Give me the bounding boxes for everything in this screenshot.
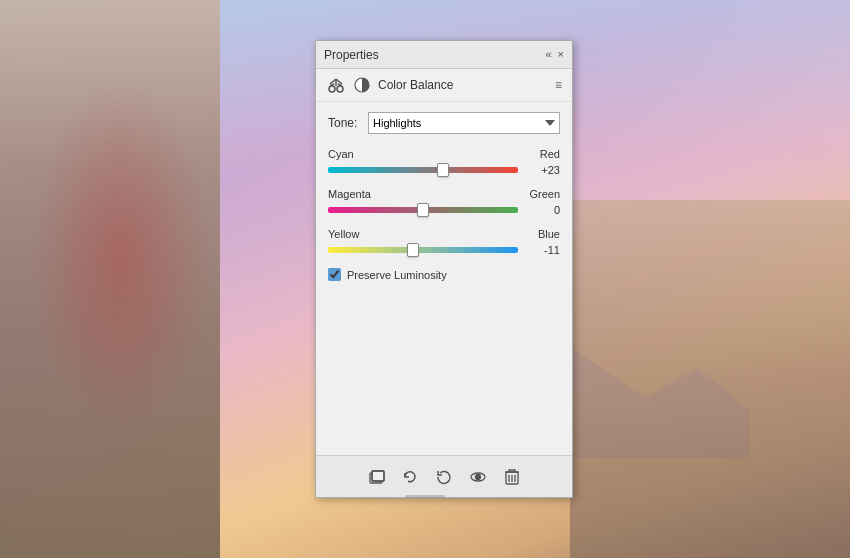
panel-header-left: Color Balance <box>326 75 453 95</box>
magenta-label: Magenta <box>328 188 371 200</box>
green-label: Green <box>529 188 560 200</box>
blue-label: Blue <box>538 228 560 240</box>
balance-icon[interactable] <box>326 75 346 95</box>
cyan-red-value[interactable] <box>524 164 560 176</box>
cyan-label: Cyan <box>328 148 354 160</box>
magenta-green-group: Magenta Green <box>328 188 560 218</box>
yellow-label: Yellow <box>328 228 359 240</box>
clip-to-layer-button[interactable] <box>363 464 389 490</box>
titlebar-controls: « × <box>545 49 564 60</box>
svg-line-4 <box>336 79 342 84</box>
panel-footer <box>316 455 572 497</box>
yellow-blue-value[interactable] <box>524 244 560 256</box>
cyan-red-slider-row <box>328 162 560 178</box>
magenta-green-slider-row <box>328 202 560 218</box>
yellow-blue-group: Yellow Blue <box>328 228 560 258</box>
tone-row: Tone: Shadows Midtones Highlights <box>328 112 560 134</box>
bridge-right <box>570 200 850 558</box>
panel-header: Color Balance ≡ <box>316 69 572 102</box>
svg-point-1 <box>337 86 343 92</box>
magenta-green-labels: Magenta Green <box>328 188 560 200</box>
yellow-blue-track <box>328 242 518 258</box>
panel-titlebar: Properties « × <box>316 41 572 69</box>
magenta-green-slider[interactable] <box>328 207 518 213</box>
properties-panel: Properties « × <box>315 40 573 498</box>
delete-button[interactable] <box>499 464 525 490</box>
preserve-luminosity-label[interactable]: Preserve Luminosity <box>347 269 447 281</box>
ivy-overlay <box>30 80 210 430</box>
svg-point-12 <box>476 474 481 479</box>
tone-select[interactable]: Shadows Midtones Highlights <box>368 112 560 134</box>
cyan-red-track <box>328 162 518 178</box>
magenta-green-value[interactable] <box>524 204 560 216</box>
collapse-button[interactable]: « <box>545 49 551 60</box>
svg-rect-9 <box>372 471 384 481</box>
preserve-luminosity-row: Preserve Luminosity <box>328 268 560 281</box>
yellow-blue-labels: Yellow Blue <box>328 228 560 240</box>
reset-button[interactable] <box>431 464 457 490</box>
yellow-blue-slider[interactable] <box>328 247 518 253</box>
circle-half-icon[interactable] <box>352 75 372 95</box>
yellow-blue-slider-row <box>328 242 560 258</box>
cyan-red-group: Cyan Red <box>328 148 560 178</box>
cyan-red-labels: Cyan Red <box>328 148 560 160</box>
bottom-resize-indicator <box>405 495 445 498</box>
svg-line-3 <box>330 79 336 84</box>
tone-label: Tone: <box>328 116 368 130</box>
panel-header-title: Color Balance <box>378 78 453 92</box>
previous-state-button[interactable] <box>397 464 423 490</box>
panel-menu-icon[interactable]: ≡ <box>555 78 562 92</box>
svg-point-0 <box>329 86 335 92</box>
panel-title: Properties <box>324 48 379 62</box>
preserve-luminosity-checkbox[interactable] <box>328 268 341 281</box>
visibility-button[interactable] <box>465 464 491 490</box>
red-label: Red <box>540 148 560 160</box>
close-button[interactable]: × <box>558 49 564 60</box>
panel-body: Tone: Shadows Midtones Highlights Cyan R… <box>316 102 572 455</box>
magenta-green-track <box>328 202 518 218</box>
cyan-red-slider[interactable] <box>328 167 518 173</box>
